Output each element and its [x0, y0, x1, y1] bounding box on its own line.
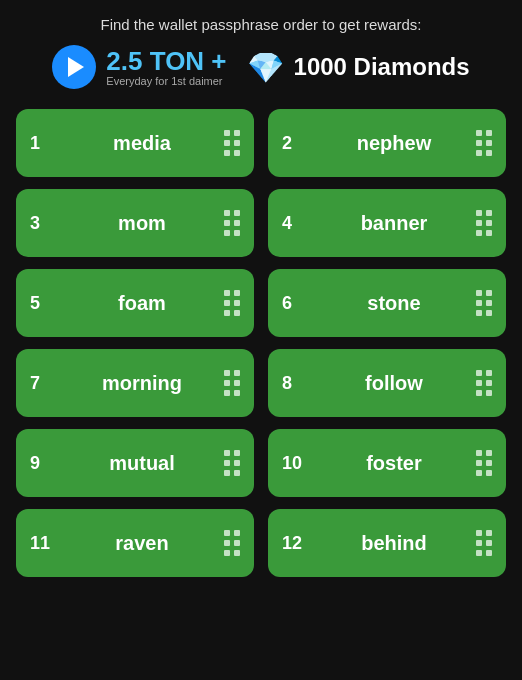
diamond-label: 1000 Diamonds [294, 53, 470, 81]
word-number-3: 3 [30, 213, 52, 234]
word-label-11: raven [60, 532, 224, 555]
diamond-section: 💎 1000 Diamonds [247, 50, 470, 85]
word-card-12[interactable]: 12behind [268, 509, 506, 577]
word-number-8: 8 [282, 373, 304, 394]
word-number-12: 12 [282, 533, 304, 554]
word-label-1: media [60, 132, 224, 155]
word-card-3[interactable]: 3mom [16, 189, 254, 257]
drag-handle-9 [224, 450, 240, 476]
drag-handle-1 [224, 130, 240, 156]
word-label-9: mutual [60, 452, 224, 475]
word-number-6: 6 [282, 293, 304, 314]
ton-text: 2.5 TON + Everyday for 1st daimer [106, 47, 226, 88]
ton-section: 2.5 TON + Everyday for 1st daimer [52, 45, 226, 89]
word-card-7[interactable]: 7morning [16, 349, 254, 417]
word-number-11: 11 [30, 533, 52, 554]
drag-handle-7 [224, 370, 240, 396]
word-label-7: morning [60, 372, 224, 395]
word-label-6: stone [312, 292, 476, 315]
word-label-4: banner [312, 212, 476, 235]
word-number-10: 10 [282, 453, 304, 474]
word-number-9: 9 [30, 453, 52, 474]
ton-play-icon [52, 45, 96, 89]
drag-handle-6 [476, 290, 492, 316]
word-label-3: mom [60, 212, 224, 235]
word-number-4: 4 [282, 213, 304, 234]
word-card-6[interactable]: 6stone [268, 269, 506, 337]
drag-handle-2 [476, 130, 492, 156]
word-card-5[interactable]: 5foam [16, 269, 254, 337]
word-card-10[interactable]: 10foster [268, 429, 506, 497]
word-card-2[interactable]: 2nephew [268, 109, 506, 177]
word-number-1: 1 [30, 133, 52, 154]
word-number-5: 5 [30, 293, 52, 314]
word-number-7: 7 [30, 373, 52, 394]
word-card-11[interactable]: 11raven [16, 509, 254, 577]
rewards-row: 2.5 TON + Everyday for 1st daimer 💎 1000… [16, 45, 506, 89]
drag-handle-11 [224, 530, 240, 556]
ton-subtitle: Everyday for 1st daimer [106, 75, 226, 87]
drag-handle-8 [476, 370, 492, 396]
drag-handle-12 [476, 530, 492, 556]
word-card-1[interactable]: 1media [16, 109, 254, 177]
word-label-2: nephew [312, 132, 476, 155]
drag-handle-5 [224, 290, 240, 316]
drag-handle-10 [476, 450, 492, 476]
word-card-9[interactable]: 9mutual [16, 429, 254, 497]
word-card-4[interactable]: 4banner [268, 189, 506, 257]
word-label-10: foster [312, 452, 476, 475]
diamond-icon: 💎 [247, 50, 284, 85]
words-grid: 1media2nephew3mom4banner5foam6stone7morn… [16, 109, 506, 577]
ton-amount: 2.5 TON + [106, 47, 226, 76]
word-label-12: behind [312, 532, 476, 555]
word-card-8[interactable]: 8follow [268, 349, 506, 417]
drag-handle-4 [476, 210, 492, 236]
word-label-5: foam [60, 292, 224, 315]
word-number-2: 2 [282, 133, 304, 154]
instruction-text: Find the wallet passphrase order to get … [16, 16, 506, 33]
word-label-8: follow [312, 372, 476, 395]
drag-handle-3 [224, 210, 240, 236]
